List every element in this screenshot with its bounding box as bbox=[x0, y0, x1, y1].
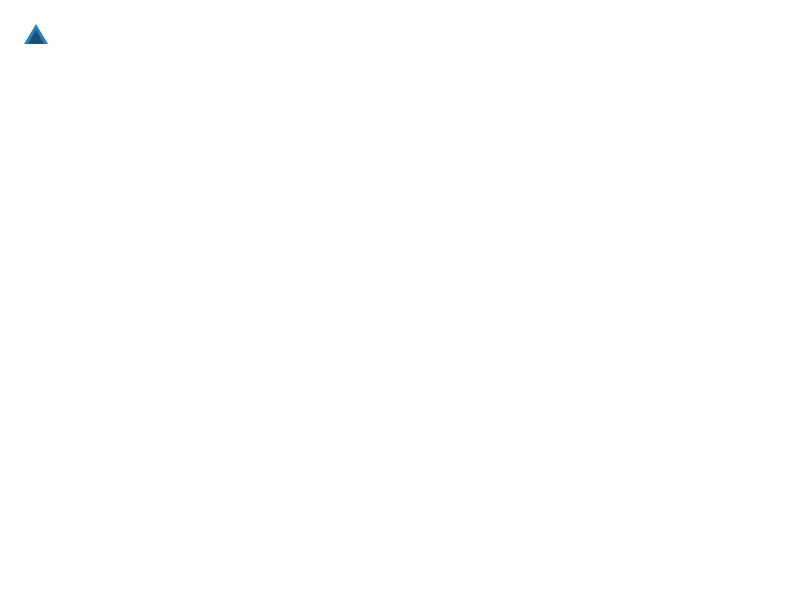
page-header bbox=[20, 20, 772, 52]
logo-icon bbox=[20, 20, 52, 52]
logo bbox=[20, 20, 56, 52]
